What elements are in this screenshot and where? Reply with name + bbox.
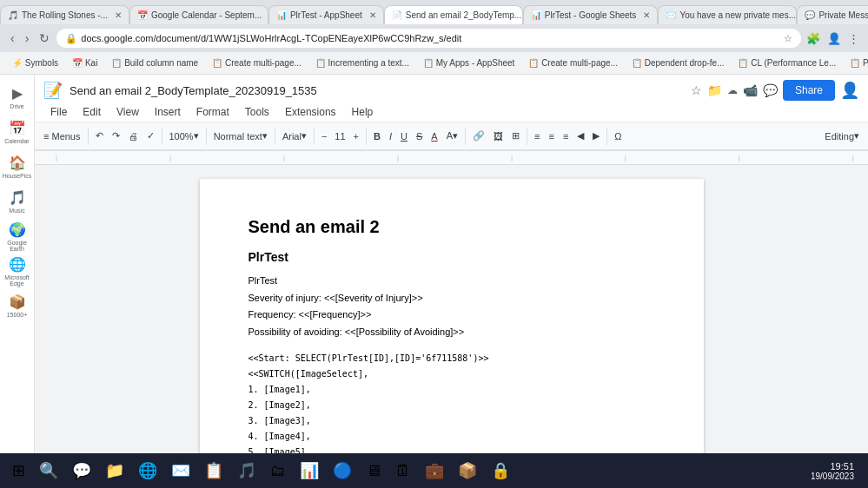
bookmark-my-apps[interactable]: 📋 My Apps - AppSheet — [418, 56, 520, 69]
tab-calendar[interactable]: 📅 Google Calendar - Septem... ✕ — [129, 5, 268, 24]
image-button[interactable]: 🖼 — [490, 126, 507, 147]
taskbar-mail[interactable]: ✉️ — [166, 458, 195, 484]
align-button[interactable]: ≡ — [531, 126, 543, 147]
style-select[interactable]: Normal text ▾ — [210, 126, 271, 147]
video-call-icon[interactable]: 📹 — [743, 83, 758, 97]
tab-plrtest-sheets[interactable]: 📊 PlrTest - Google Sheets ✕ — [523, 5, 659, 24]
taskbar-calendar[interactable]: 🗓 — [390, 458, 416, 484]
print-button[interactable]: 🖨 — [125, 126, 142, 147]
tab-label-5: PlrTest - Google Sheets — [545, 10, 637, 20]
tab-send-email[interactable]: 📄 Send an email 2_BodyTemp... ✕ — [384, 5, 523, 24]
strikethrough-button[interactable]: S — [413, 126, 426, 147]
tab-close-5[interactable]: ✕ — [639, 10, 650, 20]
taskbar-sheets[interactable]: 📊 — [295, 458, 324, 484]
menu-extensions[interactable]: Extensions — [278, 102, 343, 122]
sidebar-item-calendar[interactable]: 📅 Calendar — [2, 116, 33, 148]
edge-label: Microsoft Edge — [2, 274, 33, 287]
tab-rolling-stones[interactable]: 🎵 The Rolling Stones -... ✕ — [0, 5, 129, 24]
menu-icon[interactable]: ⋮ — [846, 30, 861, 47]
bookmark-multi-page-1[interactable]: 📋 Create multi-page... — [207, 56, 307, 69]
sidebar-item-edge[interactable]: 🌐 Microsoft Edge — [2, 255, 33, 287]
windows-taskbar: ⊞ 🔍 💬 📁 🌐 ✉️ 📋 🎵 🗂 📊 🔵 🖥 🗓 💼 📦 🔒 19:51 1… — [0, 453, 868, 488]
taskbar-music[interactable]: 🎵 — [232, 458, 262, 484]
menu-edit[interactable]: Edit — [76, 102, 108, 122]
undo-button[interactable]: ↶ — [92, 126, 107, 147]
taskbar-start[interactable]: ⊞ — [7, 458, 30, 484]
sidebar-item-music[interactable]: 🎵 Music — [2, 186, 33, 217]
account-icon[interactable]: 👤 — [840, 81, 859, 100]
doc-line-3: Frequency: <<[Frequency]>> — [248, 307, 655, 323]
taskbar-taskview[interactable]: 💬 — [67, 458, 96, 484]
taskbar-display[interactable]: 🖥 — [361, 458, 387, 484]
taskbar-explorer[interactable]: 📁 — [100, 458, 129, 484]
taskbar-apps[interactable]: 🗂 — [265, 458, 291, 484]
back-button[interactable]: ‹ — [7, 30, 18, 47]
highlight-button[interactable]: A▾ — [443, 126, 461, 147]
sidebar-item-15000[interactable]: 📦 15000+ — [2, 290, 33, 321]
star-doc-icon[interactable]: ☆ — [691, 83, 702, 97]
share-button[interactable]: Share — [783, 80, 835, 101]
zoom-select[interactable]: 100% ▾ — [166, 126, 202, 147]
bold-button[interactable]: B — [370, 126, 384, 147]
taskbar-browser[interactable]: 🌐 — [133, 458, 162, 484]
text-color-button[interactable]: A — [427, 126, 441, 147]
bookmark-kai[interactable]: 📅 Kai — [67, 56, 103, 69]
star-icon[interactable]: ☆ — [784, 33, 792, 44]
bookmark-build-column[interactable]: 📋 Build column name — [106, 56, 203, 69]
table-button[interactable]: ⊞ — [508, 126, 523, 147]
taskbar-work[interactable]: 💼 — [420, 458, 449, 484]
font-size-increase[interactable]: + — [350, 126, 362, 147]
bookmark-dependent[interactable]: 📋 Dependent drop-fe... — [626, 56, 730, 69]
menu-help[interactable]: Help — [345, 102, 381, 122]
toolbar-expand[interactable]: ≡ Menus — [40, 126, 84, 147]
menu-insert[interactable]: Insert — [148, 102, 188, 122]
docs-title[interactable]: Send an email 2_BodyTemplate_20230919_15… — [70, 84, 684, 97]
editing-mode-button[interactable]: Editing ▾ — [821, 126, 863, 147]
tab-close-3[interactable]: ✕ — [366, 10, 376, 20]
redo-button[interactable]: ↷ — [109, 126, 123, 147]
tab-plrtest-appsheet[interactable]: 📊 PlrTest - AppSheet ✕ — [268, 5, 384, 24]
taskbar-circle[interactable]: 🔵 — [328, 458, 357, 484]
menu-tools[interactable]: Tools — [238, 102, 276, 122]
menu-view[interactable]: View — [109, 102, 146, 122]
forward-button[interactable]: › — [22, 30, 33, 47]
taskbar-package[interactable]: 📦 — [453, 458, 482, 484]
doc-scroll-area[interactable]: Send an email 2 PlrTest PlrTest Severity… — [35, 165, 868, 471]
special-chars-button[interactable]: Ω — [611, 126, 625, 147]
bookmark-multi-page-2[interactable]: 📋 Create multi-page... — [523, 56, 623, 69]
bookmark-cl-perf[interactable]: 📋 CL (Performance Le... — [732, 56, 841, 69]
spell-button[interactable]: ✓ — [143, 126, 158, 147]
move-icon[interactable]: 📁 — [707, 83, 722, 97]
font-size-value[interactable]: 11 — [331, 126, 348, 147]
font-size-decrease[interactable]: − — [318, 126, 330, 147]
font-select[interactable]: Arial ▾ — [279, 126, 310, 147]
doc-paper[interactable]: Send an email 2 PlrTest PlrTest Severity… — [200, 179, 704, 471]
taskbar-security[interactable]: 🔒 — [486, 458, 515, 484]
sidebar-item-drive[interactable]: ▶ Drive — [2, 82, 33, 113]
list-numbered-button[interactable]: ≡ — [545, 126, 557, 147]
bookmark-incrementing[interactable]: 📋 Incrementing a text... — [310, 56, 414, 69]
link-button[interactable]: 🔗 — [469, 126, 488, 147]
taskbar-notes[interactable]: 📋 — [199, 458, 229, 484]
bookmark-symbols[interactable]: ⚡ Symbols — [7, 56, 63, 69]
sidebar-item-googleearth[interactable]: 🌍 Google Earth — [2, 221, 33, 252]
tab-private-msg-2[interactable]: 💬 Private Messages - Google ... ✕ — [797, 5, 868, 24]
sidebar-item-housepics[interactable]: 🏠 HousePics — [2, 151, 33, 182]
comment-icon[interactable]: 💬 — [763, 83, 778, 97]
url-bar[interactable]: 🔒 docs.google.com/document/d/1WW1jSLWoHr… — [56, 29, 801, 48]
menu-file[interactable]: File — [43, 102, 74, 122]
indent-inc-button[interactable]: ▶ — [589, 126, 603, 147]
underline-button[interactable]: U — [397, 126, 411, 147]
bookmark-safety[interactable]: 📋 PIr safety rating... — [845, 56, 868, 69]
taskbar-search[interactable]: 🔍 — [34, 458, 63, 484]
profile-icon[interactable]: 👤 — [825, 30, 843, 47]
indent-dec-button[interactable]: ◀ — [573, 126, 587, 147]
separator-8 — [527, 128, 527, 145]
list-bullet-button[interactable]: ≡ — [560, 126, 572, 147]
extensions-icon[interactable]: 🧩 — [805, 30, 822, 47]
italic-button[interactable]: I — [386, 126, 395, 147]
tab-private-msg-1[interactable]: ✉️ You have a new private mes... ✕ — [658, 5, 797, 24]
tab-close-1[interactable]: ✕ — [111, 10, 122, 20]
reload-button[interactable]: ↻ — [36, 30, 53, 47]
menu-format[interactable]: Format — [189, 102, 236, 122]
